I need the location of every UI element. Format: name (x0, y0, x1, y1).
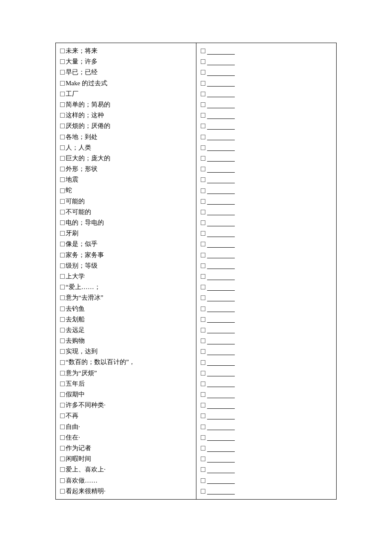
blank-input[interactable] (207, 69, 235, 76)
checkbox-icon[interactable] (201, 478, 205, 483)
blank-input[interactable] (207, 241, 235, 248)
checkbox-icon[interactable] (201, 177, 205, 182)
checkbox-icon[interactable] (60, 253, 65, 257)
checkbox-icon[interactable] (201, 92, 205, 96)
blank-input[interactable] (207, 380, 235, 387)
checkbox-icon[interactable] (60, 435, 65, 440)
checkbox-icon[interactable] (60, 403, 65, 408)
checkbox-icon[interactable] (201, 403, 205, 408)
checkbox-icon[interactable] (60, 489, 65, 494)
checkbox-icon[interactable] (60, 306, 65, 311)
checkbox-icon[interactable] (60, 263, 65, 268)
checkbox-icon[interactable] (201, 167, 205, 171)
checkbox-icon[interactable] (60, 145, 65, 150)
blank-input[interactable] (207, 101, 235, 108)
blank-input[interactable] (207, 456, 235, 462)
checkbox-icon[interactable] (201, 413, 205, 418)
checkbox-icon[interactable] (201, 102, 205, 107)
checkbox-icon[interactable] (201, 306, 205, 311)
checkbox-icon[interactable] (201, 446, 205, 451)
checkbox-icon[interactable] (60, 177, 65, 182)
checkbox-icon[interactable] (60, 478, 65, 483)
blank-input[interactable] (207, 187, 235, 194)
checkbox-icon[interactable] (201, 135, 205, 139)
blank-input[interactable] (207, 295, 235, 301)
checkbox-icon[interactable] (60, 49, 65, 53)
checkbox-icon[interactable] (201, 263, 205, 268)
blank-input[interactable] (207, 327, 235, 333)
blank-input[interactable] (207, 133, 235, 140)
blank-input[interactable] (207, 80, 235, 87)
checkbox-icon[interactable] (60, 338, 65, 343)
checkbox-icon[interactable] (60, 81, 65, 86)
blank-input[interactable] (207, 155, 235, 162)
checkbox-icon[interactable] (201, 371, 205, 376)
checkbox-icon[interactable] (60, 92, 65, 96)
checkbox-icon[interactable] (201, 349, 205, 354)
checkbox-icon[interactable] (201, 328, 205, 332)
blank-input[interactable] (207, 112, 235, 119)
blank-input[interactable] (207, 262, 235, 269)
blank-input[interactable] (207, 198, 235, 205)
blank-input[interactable] (207, 48, 235, 55)
blank-input[interactable] (207, 230, 235, 237)
blank-input[interactable] (207, 284, 235, 291)
checkbox-icon[interactable] (60, 70, 65, 75)
blank-input[interactable] (207, 423, 235, 430)
checkbox-icon[interactable] (201, 113, 205, 118)
checkbox-icon[interactable] (201, 253, 205, 257)
checkbox-icon[interactable] (201, 70, 205, 75)
checkbox-icon[interactable] (201, 285, 205, 289)
blank-input[interactable] (207, 316, 235, 323)
checkbox-icon[interactable] (60, 59, 65, 64)
blank-input[interactable] (207, 273, 235, 280)
checkbox-icon[interactable] (201, 49, 205, 53)
checkbox-icon[interactable] (201, 317, 205, 322)
checkbox-icon[interactable] (60, 199, 65, 204)
blank-input[interactable] (207, 220, 235, 226)
checkbox-icon[interactable] (201, 210, 205, 214)
checkbox-icon[interactable] (201, 338, 205, 343)
checkbox-icon[interactable] (60, 295, 65, 300)
blank-input[interactable] (207, 488, 235, 494)
checkbox-icon[interactable] (201, 467, 205, 472)
blank-input[interactable] (207, 251, 235, 258)
checkbox-icon[interactable] (60, 135, 65, 139)
checkbox-icon[interactable] (60, 425, 65, 429)
blank-input[interactable] (207, 413, 235, 419)
blank-input[interactable] (207, 90, 235, 97)
checkbox-icon[interactable] (60, 446, 65, 451)
blank-input[interactable] (207, 338, 235, 344)
checkbox-icon[interactable] (201, 392, 205, 397)
blank-input[interactable] (207, 305, 235, 312)
blank-input[interactable] (207, 176, 235, 183)
checkbox-icon[interactable] (201, 360, 205, 365)
checkbox-icon[interactable] (60, 220, 65, 225)
blank-input[interactable] (207, 58, 235, 65)
blank-input[interactable] (207, 123, 235, 130)
checkbox-icon[interactable] (60, 360, 65, 365)
checkbox-icon[interactable] (201, 457, 205, 461)
checkbox-icon[interactable] (201, 199, 205, 204)
blank-input[interactable] (207, 445, 235, 452)
checkbox-icon[interactable] (60, 382, 65, 386)
checkbox-icon[interactable] (201, 425, 205, 429)
checkbox-icon[interactable] (60, 349, 65, 354)
blank-input[interactable] (207, 466, 235, 473)
checkbox-icon[interactable] (201, 81, 205, 86)
checkbox-icon[interactable] (60, 413, 65, 418)
checkbox-icon[interactable] (60, 467, 65, 472)
checkbox-icon[interactable] (60, 167, 65, 171)
blank-input[interactable] (207, 359, 235, 366)
blank-input[interactable] (207, 391, 235, 398)
checkbox-icon[interactable] (60, 231, 65, 236)
checkbox-icon[interactable] (201, 156, 205, 161)
checkbox-icon[interactable] (60, 156, 65, 161)
checkbox-icon[interactable] (60, 457, 65, 461)
checkbox-icon[interactable] (60, 371, 65, 376)
checkbox-icon[interactable] (201, 145, 205, 150)
checkbox-icon[interactable] (201, 231, 205, 236)
checkbox-icon[interactable] (60, 274, 65, 279)
checkbox-icon[interactable] (201, 124, 205, 128)
checkbox-icon[interactable] (60, 210, 65, 214)
